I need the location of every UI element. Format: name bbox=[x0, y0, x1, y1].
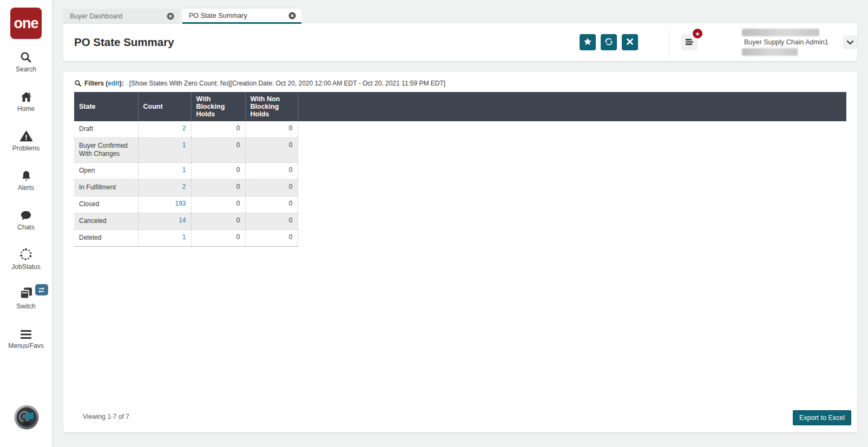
tab-close-icon[interactable] bbox=[167, 12, 174, 20]
tab-close-icon[interactable] bbox=[288, 12, 296, 19]
count-cell: 1 bbox=[138, 230, 191, 247]
state-cell: Draft bbox=[74, 121, 138, 138]
count-cell: 2 bbox=[138, 121, 191, 138]
count-link[interactable]: 1 bbox=[182, 166, 186, 174]
state-cell: Open bbox=[74, 163, 138, 180]
sidebar-item-chats[interactable]: Chats bbox=[0, 208, 52, 231]
user-role-label: Buyer Supply Chain Admin1 bbox=[744, 38, 828, 46]
count-cell: 1 bbox=[138, 163, 191, 180]
count-link[interactable]: 2 bbox=[182, 124, 186, 132]
with-non-blocking-holds-cell: 0 bbox=[245, 121, 298, 138]
tab-po-state-summary[interactable]: PO State Summary bbox=[182, 9, 301, 24]
column-header-with-non-blocking-holds[interactable]: With Non Blocking Holds bbox=[245, 92, 298, 121]
swap-arrows-icon[interactable] bbox=[35, 284, 48, 295]
table-row: Draft200 bbox=[74, 121, 846, 138]
menu-lines-icon bbox=[685, 37, 694, 48]
home-icon bbox=[19, 89, 33, 103]
column-header-filler bbox=[298, 92, 846, 121]
header-action-buttons bbox=[580, 34, 638, 50]
with-non-blocking-holds-cell: 0 bbox=[245, 213, 298, 230]
sidebar-item-label: Search bbox=[16, 65, 36, 73]
refresh-icon bbox=[604, 37, 614, 48]
table-row: Closed19300 bbox=[74, 196, 846, 213]
sidebar-item-menus-favs[interactable]: Menus/Favs bbox=[0, 326, 52, 350]
count-cell: 1 bbox=[138, 138, 191, 163]
user-avatar-wrap bbox=[0, 405, 52, 430]
sidebar-item-label: Home bbox=[17, 105, 35, 113]
redacted-org-text bbox=[742, 48, 798, 56]
table-row: In Fulfillment200 bbox=[74, 180, 846, 196]
bell-icon bbox=[20, 168, 32, 182]
column-header-count[interactable]: Count bbox=[138, 92, 191, 121]
sidebar-item-jobstatus[interactable]: JobStatus bbox=[0, 247, 52, 271]
one-logo[interactable]: one bbox=[10, 8, 42, 39]
row-filler bbox=[298, 138, 846, 163]
table-row: Open100 bbox=[74, 163, 846, 180]
tab-label: PO State Summary bbox=[189, 12, 247, 19]
state-cell: Buyer Confirmed With Changes bbox=[74, 138, 138, 163]
count-link[interactable]: 1 bbox=[182, 233, 186, 241]
po-state-table: State Count With Blocking Holds With Non… bbox=[74, 92, 846, 247]
export-to-excel-button[interactable]: Export to Excel bbox=[793, 410, 851, 425]
warning-triangle-icon bbox=[19, 129, 33, 143]
count-link[interactable]: 2 bbox=[182, 183, 186, 190]
favorites-badge-star-icon: ★ bbox=[692, 28, 703, 40]
po-table-body: Draft200Buyer Confirmed With Changes100O… bbox=[74, 121, 846, 247]
with-blocking-holds-cell: 0 bbox=[191, 196, 245, 213]
user-block[interactable]: Buyer Supply Chain Admin1 bbox=[744, 29, 825, 56]
table-footer: Viewing 1-7 of 7 Export to Excel bbox=[74, 410, 846, 425]
one-logo-text: one bbox=[14, 15, 38, 32]
with-non-blocking-holds-cell: 0 bbox=[245, 138, 298, 163]
tab-buyer-dashboard[interactable]: Buyer Dashboard bbox=[63, 9, 180, 24]
refresh-button[interactable] bbox=[601, 34, 617, 50]
user-avatar[interactable] bbox=[14, 405, 39, 430]
with-blocking-holds-cell: 0 bbox=[191, 213, 245, 230]
spinner-dots-icon bbox=[19, 247, 33, 261]
with-blocking-holds-cell: 0 bbox=[191, 163, 245, 180]
user-menu-dropdown-button[interactable] bbox=[843, 35, 857, 49]
search-icon bbox=[19, 50, 32, 64]
sidebar-item-alerts[interactable]: Alerts bbox=[0, 168, 52, 192]
sidebar-item-switch[interactable]: Switch bbox=[0, 287, 52, 310]
count-link[interactable]: 14 bbox=[179, 216, 186, 224]
filters-search-icon bbox=[74, 80, 82, 87]
sidebar-nav: Search Home Problems Alerts Chats bbox=[0, 39, 52, 350]
row-filler bbox=[298, 180, 846, 196]
filters-summary: [Show States With Zero Count: No][Creati… bbox=[129, 80, 446, 87]
page-header: PO State Summary bbox=[63, 23, 857, 61]
column-header-state[interactable]: State bbox=[74, 92, 138, 121]
favorite-star-icon bbox=[583, 37, 593, 48]
viewing-count-label: Viewing 1-7 of 7 bbox=[83, 413, 129, 425]
count-link[interactable]: 193 bbox=[175, 200, 186, 207]
table-row: Deleted100 bbox=[74, 230, 846, 247]
count-link[interactable]: 1 bbox=[182, 141, 186, 149]
with-blocking-holds-cell: 0 bbox=[191, 230, 245, 247]
sidebar-item-search[interactable]: Search bbox=[0, 50, 52, 73]
column-header-with-blocking-holds[interactable]: With Blocking Holds bbox=[191, 92, 245, 121]
row-filler bbox=[298, 163, 846, 180]
sidebar: one Search Home Problems Alerts bbox=[0, 0, 52, 447]
table-header-row: State Count With Blocking Holds With Non… bbox=[74, 92, 846, 121]
sidebar-item-problems[interactable]: Problems bbox=[0, 129, 52, 152]
row-filler bbox=[298, 230, 846, 247]
sidebar-item-label: Chats bbox=[17, 224, 34, 231]
filters-edit-link[interactable]: edit bbox=[108, 80, 119, 87]
hamburger-icon bbox=[19, 326, 33, 340]
row-filler bbox=[298, 121, 846, 138]
with-blocking-holds-cell: 0 bbox=[191, 138, 245, 163]
tab-strip: Buyer Dashboard PO State Summary bbox=[63, 9, 301, 24]
content-panel: Filters (edit): [Show States With Zero C… bbox=[63, 72, 857, 432]
with-blocking-holds-cell: 0 bbox=[191, 180, 245, 196]
with-non-blocking-holds-cell: 0 bbox=[245, 180, 298, 196]
table-row: Canceled1400 bbox=[74, 213, 846, 230]
state-cell: Closed bbox=[74, 196, 138, 213]
sidebar-item-home[interactable]: Home bbox=[0, 89, 52, 113]
state-cell: Canceled bbox=[74, 213, 138, 230]
switch-stack-icon bbox=[19, 287, 34, 301]
favorite-button[interactable] bbox=[580, 34, 596, 50]
close-page-button[interactable] bbox=[622, 34, 638, 50]
filters-label: Filters (edit): bbox=[84, 80, 124, 87]
count-cell: 193 bbox=[138, 196, 191, 213]
chevron-down-icon bbox=[846, 38, 854, 47]
quick-menu-button[interactable]: ★ bbox=[681, 34, 698, 50]
